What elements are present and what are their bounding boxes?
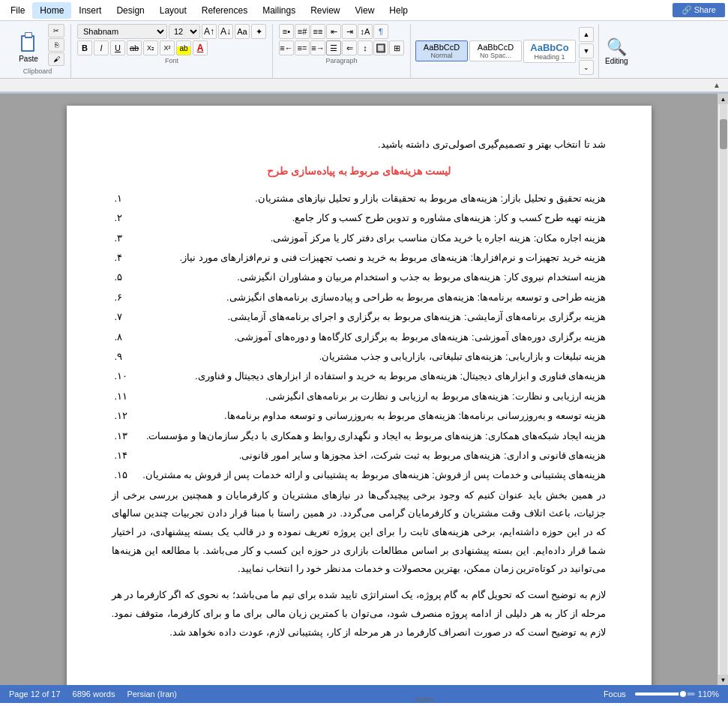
- underline-button[interactable]: U: [110, 40, 125, 55]
- style-normal-name: Normal: [430, 52, 452, 59]
- clipboard-small-buttons: ✂ ⎘ 🖌: [48, 24, 64, 66]
- shading-button[interactable]: 🔲: [373, 40, 388, 55]
- strikethrough-button[interactable]: ab: [127, 40, 142, 55]
- copy-button[interactable]: ⎘: [48, 38, 64, 52]
- format-painter-button[interactable]: 🖌: [48, 52, 64, 66]
- rtl-button[interactable]: ⇐: [342, 40, 357, 55]
- list-item: هزینه‌های فناوری و ابزارهای دیجیتال: هزی…: [112, 367, 607, 384]
- font-group: Shabnam 12 A↑ A↓ Aa ✦ B I U a: [71, 24, 273, 78]
- font-color-button[interactable]: A: [193, 40, 208, 55]
- list-item: هزینه ایجاد شبکه‌های همکاری: هزینه‌های م…: [112, 427, 607, 444]
- zoom-area: 110%: [635, 690, 719, 699]
- conclusion-paragraph: لازم به توضیح است که تحویل گام به گام پر…: [112, 586, 607, 642]
- word-count: 6896 words: [73, 690, 115, 699]
- change-case-button[interactable]: Aa: [235, 24, 250, 39]
- paragraph-label: Paragraph: [279, 57, 404, 64]
- conclusion-paragraph: در همین بخش باید عنوان کنیم که وجود برخی…: [112, 486, 607, 579]
- text-highlight-button[interactable]: ab: [176, 40, 191, 55]
- list-item: هزینه‌های قانونی و اداری: هزینه‌های مربو…: [112, 447, 607, 464]
- styles-scroll-buttons: ▲ ▼ ⌄: [579, 27, 594, 75]
- clipboard-label: Clipboard: [10, 67, 64, 75]
- document-page: شد تا انتخاب بهتر و تصمیم‌گیری اصولی‌تری…: [67, 106, 652, 685]
- ribbon-collapse-area: ▲: [0, 79, 728, 92]
- paste-button[interactable]: Paste: [10, 24, 46, 66]
- list-item: هزینه تبلیغات و بازاریابی: هزینه‌های تبل…: [112, 348, 607, 365]
- justify-button[interactable]: ☰: [326, 40, 341, 55]
- list-item: هزینه استخدام نیروی کار: هزینه‌های مربوط…: [112, 268, 607, 286]
- style-normal[interactable]: AaBbCcD Normal: [415, 40, 468, 61]
- menu-references[interactable]: References: [194, 2, 255, 19]
- zoom-bar[interactable]: [635, 693, 695, 696]
- paste-label: Paste: [19, 55, 38, 63]
- scroll-up-button[interactable]: ▲: [718, 94, 729, 104]
- document-scroll-area: شد تا انتخاب بهتر و تصمیم‌گیری اصولی‌تری…: [0, 94, 718, 685]
- list-item: هزینه ارزیابی و نظارت: هزینه‌های مربوط ب…: [112, 387, 607, 405]
- zoom-thumb: [679, 690, 688, 699]
- paragraph-group: ≡• ≡# ≡≡ ⇤ ⇥ ↕A ¶ ≡← ≡= ≡→ ☰ ⇐ ↕: [273, 24, 411, 78]
- ribbon-collapse-button[interactable]: ▲: [706, 81, 728, 89]
- list-item: هزینه تهیه طرح کسب و کار: هزینه‌های مشاو…: [112, 209, 607, 226]
- paste-icon: [18, 29, 39, 53]
- font-name-select[interactable]: Shabnam: [77, 24, 167, 39]
- share-button[interactable]: 🔗 Share: [673, 3, 725, 17]
- intro-paragraph: شد تا انتخاب بهتر و تصمیم‌گیری اصولی‌تری…: [112, 136, 607, 154]
- menubar: File Home Insert Design Layout Reference…: [0, 0, 728, 21]
- menu-help[interactable]: Help: [382, 2, 415, 19]
- clipboard-group: Paste ✂ ⎘ 🖌 Clipboard: [4, 24, 71, 78]
- menu-review[interactable]: Review: [303, 2, 347, 19]
- conclusion-paragraphs: در همین بخش باید عنوان کنیم که وجود برخی…: [112, 486, 607, 642]
- editing-label: Editing: [605, 57, 628, 65]
- numbering-button[interactable]: ≡#: [295, 24, 310, 39]
- scroll-thumb[interactable]: [720, 119, 727, 149]
- language: Persian (Iran): [127, 690, 177, 699]
- style-h1-name: Heading 1: [534, 53, 565, 61]
- menu-file[interactable]: File: [3, 2, 32, 19]
- menu-mailings[interactable]: Mailings: [255, 2, 303, 19]
- borders-button[interactable]: ⊞: [389, 40, 404, 55]
- cut-button[interactable]: ✂: [48, 24, 64, 37]
- show-marks-button[interactable]: ¶: [373, 24, 388, 39]
- section-title: لیست هزینه‌های مربوط به پیاده‌سازی طرح: [112, 162, 607, 181]
- superscript-button[interactable]: X²: [160, 40, 175, 55]
- bullets-button[interactable]: ≡•: [279, 24, 294, 39]
- sort-button[interactable]: ↕A: [358, 24, 373, 39]
- subscript-button[interactable]: X₂: [143, 40, 158, 55]
- styles-more[interactable]: ⌄: [579, 60, 594, 75]
- focus-label[interactable]: Focus: [604, 690, 626, 699]
- styles-scroll-up[interactable]: ▲: [579, 27, 594, 42]
- menu-home[interactable]: Home: [32, 2, 71, 19]
- zoom-level[interactable]: 110%: [698, 690, 719, 699]
- styles-group: AaBbCcD Normal AaBbCcD No Spac... AaBbCo…: [411, 24, 599, 78]
- page-info: Page 12 of 17: [9, 690, 61, 699]
- editing-button[interactable]: 🔍 Editing: [605, 37, 628, 65]
- vertical-scrollbar[interactable]: ▲ ▼: [718, 94, 728, 685]
- align-left-button[interactable]: ≡←: [279, 40, 294, 55]
- line-spacing-button[interactable]: ↕: [358, 40, 373, 55]
- clear-format-button[interactable]: ✦: [251, 24, 266, 39]
- menu-insert[interactable]: Insert: [71, 2, 109, 19]
- bold-button[interactable]: B: [77, 40, 92, 55]
- style-no-space[interactable]: AaBbCcD No Spac...: [469, 40, 522, 61]
- style-heading1[interactable]: AaBbCo Heading 1: [523, 40, 576, 63]
- increase-indent-button[interactable]: ⇥: [342, 24, 357, 39]
- list-item: هزینه برگزاری برنامه‌های آزمایشی: هزینه‌…: [112, 308, 607, 325]
- styles-scroll-down[interactable]: ▼: [579, 43, 594, 58]
- document-container: شد تا انتخاب بهتر و تصمیم‌گیری اصولی‌تری…: [0, 94, 728, 685]
- list-item: هزینه اجاره مکان: هزینه اجاره یا خرید مک…: [112, 229, 607, 247]
- multilevel-button[interactable]: ≡≡: [310, 24, 325, 39]
- svg-rect-1: [22, 37, 33, 50]
- menu-design[interactable]: Design: [109, 2, 151, 19]
- shrink-font-button[interactable]: A↓: [218, 24, 233, 39]
- menu-view[interactable]: View: [348, 2, 382, 19]
- align-right-button[interactable]: ≡→: [310, 40, 325, 55]
- decrease-indent-button[interactable]: ⇤: [326, 24, 341, 39]
- align-center-button[interactable]: ≡=: [295, 40, 310, 55]
- menu-layout[interactable]: Layout: [152, 2, 194, 19]
- zoom-bar-fill: [635, 693, 680, 696]
- scroll-down-button[interactable]: ▼: [718, 675, 729, 685]
- document-text: شد تا انتخاب بهتر و تصمیم‌گیری اصولی‌تری…: [112, 136, 607, 642]
- italic-button[interactable]: I: [94, 40, 109, 55]
- font-size-select[interactable]: 12: [169, 24, 200, 39]
- list-item: هزینه‌های پشتیبانی و خدمات پس از فروش: ه…: [112, 466, 607, 483]
- grow-font-button[interactable]: A↑: [202, 24, 217, 39]
